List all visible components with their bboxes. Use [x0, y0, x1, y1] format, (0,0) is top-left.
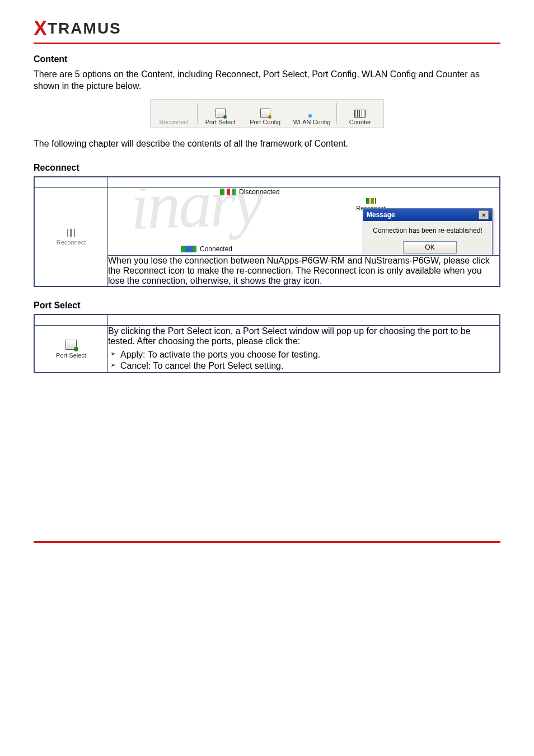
port-select-icon — [216, 109, 226, 118]
reconnect-left-label: Reconnect — [57, 239, 86, 246]
wlan-config-icon — [307, 110, 316, 118]
port-select-icon — [65, 340, 77, 350]
reconnect-header-icon — [34, 177, 108, 188]
reconnect-figure-cell: inary Disconnected Reconnect Connected M… — [108, 188, 500, 256]
reconnect-icon — [366, 198, 376, 204]
port-config-icon — [260, 109, 270, 118]
message-box: Message ✕ Connection has been re-establi… — [363, 208, 493, 256]
logo-rest: TRAMUS — [48, 20, 121, 37]
overview-paragraph: The following chapter will describe the … — [34, 138, 500, 150]
tb-wlan-config-label: WLAN Config — [293, 119, 331, 125]
reconnect-icon — [65, 229, 77, 237]
list-item: ➢Apply: To activate the ports you choose… — [110, 350, 499, 360]
tb-reconnect[interactable]: Reconnect — [152, 101, 196, 126]
divider-top — [34, 43, 500, 44]
reconnect-left-cell: Reconnect — [34, 188, 108, 287]
port-select-left-label: Port Select — [56, 352, 86, 359]
status-connected-label: Connected — [200, 245, 232, 253]
bullet-arrow-icon: ➢ — [110, 350, 116, 358]
bullet-text: Apply: To activate the ports you choose … — [120, 350, 320, 360]
bullet-text: Cancel: To cancel the Port Select settin… — [120, 361, 283, 371]
tb-wlan-config[interactable]: WLAN Config — [288, 101, 336, 126]
reconnect-description: When you lose the connection between NuA… — [108, 256, 500, 287]
tb-separator — [197, 103, 198, 124]
tb-port-select[interactable]: Port Select — [198, 101, 243, 126]
port-select-figure-cell: Prelim Port Select ✕ Please select the S… — [108, 326, 500, 326]
tb-separator — [336, 103, 337, 124]
logo-x: X — [34, 17, 46, 40]
close-icon[interactable]: ✕ — [479, 210, 489, 219]
port-select-left-cell: Port Select — [34, 326, 108, 373]
reconnect-frame: Reconnect inary Disconnected Reconnect C… — [34, 176, 500, 287]
counter-icon — [354, 110, 366, 118]
section-title-reconnect: Reconnect — [34, 163, 500, 173]
tb-port-config-label: Port Config — [250, 119, 280, 125]
watermark: inary — [129, 188, 263, 246]
heading-content: Content — [34, 54, 500, 64]
tb-counter[interactable]: Counter — [338, 101, 382, 126]
port-select-frame: Port Select Prelim Port Select ✕ Please … — [34, 314, 500, 373]
status-disconnected: Disconnected — [220, 188, 499, 196]
tb-port-select-label: Port Select — [205, 119, 236, 125]
disconnected-icon — [220, 189, 236, 195]
tb-reconnect-label: Reconnect — [159, 119, 189, 125]
reconnect-icon — [169, 111, 179, 118]
toolbar-screenshot: Reconnect Port Select Port Config WLAN C… — [34, 99, 500, 128]
connected-icon — [181, 246, 196, 252]
port-select-header-desc — [108, 314, 500, 326]
tb-counter-label: Counter — [349, 119, 371, 125]
port-select-description: By clicking the Port Select icon, a Port… — [108, 326, 470, 346]
status-disconnected-label: Disconnected — [239, 188, 280, 196]
port-select-description-cell: By clicking the Port Select icon, a Port… — [108, 326, 500, 373]
divider-bottom — [34, 541, 500, 543]
tb-port-config[interactable]: Port Config — [243, 101, 288, 126]
bullet-arrow-icon: ➢ — [110, 361, 116, 369]
list-item: ➢Cancel: To cancel the Port Select setti… — [110, 361, 499, 371]
content-paragraph: There are 5 options on the Content, incl… — [34, 69, 500, 92]
message-body: Connection has been re-established! — [363, 221, 492, 238]
logo: X TRAMUS — [34, 17, 500, 40]
section-title-port-select: Port Select — [34, 300, 500, 311]
port-select-header-icon — [34, 314, 108, 326]
message-title: Message — [367, 211, 395, 219]
reconnect-header-desc — [108, 177, 500, 188]
ok-button[interactable]: OK — [403, 241, 457, 253]
